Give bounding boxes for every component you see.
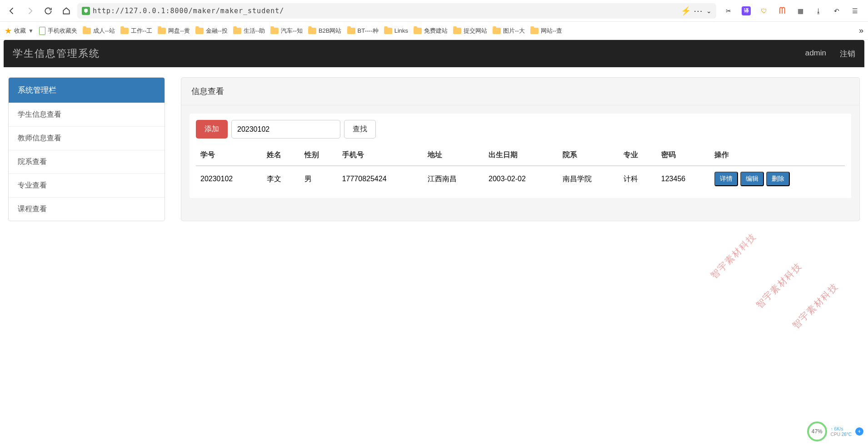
folder-icon (120, 28, 129, 34)
folder-icon (414, 28, 422, 34)
reload-icon (44, 6, 53, 15)
bookmark-folder[interactable]: Links (384, 27, 408, 34)
bookmark-folder[interactable]: 网盘--黄 (158, 27, 190, 35)
download-icon[interactable]: ⭳ (813, 6, 823, 16)
sidebar: 系统管理栏 学生信息查看 教师信息查看 院系查看 专业查看 课程查看 (8, 77, 165, 221)
grid-icon[interactable]: ▦ (795, 6, 805, 16)
bookmark-folder[interactable]: 提交网站 (453, 27, 487, 35)
table-header-row: 学号 姓名 性别 手机号 地址 出生日期 院系 专业 密码 操作 (196, 145, 845, 166)
more-icon[interactable]: ⋯ (693, 5, 703, 16)
home-button[interactable] (59, 4, 74, 18)
cell-birth: 2003-02-02 (484, 166, 558, 192)
edit-button[interactable]: 编辑 (740, 172, 764, 186)
sidebar-item-major[interactable]: 专业查看 (9, 173, 165, 197)
cell-password: 123456 (657, 166, 710, 192)
back-button[interactable] (5, 4, 19, 18)
app-header: 学生信息管理系统 admin 注销 (4, 40, 864, 67)
undo-icon[interactable]: ↶ (832, 6, 842, 16)
main-content: 系统管理栏 学生信息查看 教师信息查看 院系查看 专业查看 课程查看 信息查看 … (0, 67, 868, 231)
scissors-icon[interactable]: ✂ (723, 6, 733, 16)
bookmark-folder[interactable]: 金融--投 (195, 27, 228, 35)
favorites-button[interactable]: ★收藏▼ (5, 26, 34, 36)
col-phone: 手机号 (338, 145, 423, 166)
bookmark-folder[interactable]: 图片--大 (493, 27, 525, 35)
mobile-favorites[interactable]: 手机收藏夹 (39, 27, 77, 35)
search-input[interactable] (231, 120, 340, 139)
extension-icon-1[interactable]: 🛡 (759, 6, 769, 16)
folder-icon (530, 28, 539, 34)
folder-icon (453, 28, 461, 34)
delete-button[interactable]: 删除 (766, 172, 790, 186)
bookmark-folder[interactable]: 生活--助 (233, 27, 265, 35)
search-button[interactable]: 查找 (344, 120, 376, 139)
cell-gender: 男 (300, 166, 338, 192)
cell-major: 计科 (619, 166, 657, 192)
folder-icon (158, 28, 166, 34)
bookmark-folder[interactable]: 成人--站 (83, 27, 115, 35)
cell-name: 李文 (262, 166, 300, 192)
menu-icon[interactable]: ☰ (850, 6, 860, 16)
arrow-left-icon (7, 6, 16, 15)
sidebar-item-teacher[interactable]: 教师信息查看 (9, 126, 165, 150)
col-address: 地址 (423, 145, 484, 166)
col-password: 密码 (657, 145, 710, 166)
folder-icon (83, 28, 91, 34)
mobile-fav-label: 手机收藏夹 (48, 27, 77, 35)
shield-icon (82, 7, 90, 15)
sidebar-item-student[interactable]: 学生信息查看 (9, 103, 165, 126)
folder-icon (384, 28, 392, 34)
sidebar-item-college[interactable]: 院系查看 (9, 150, 165, 173)
col-name: 姓名 (262, 145, 300, 166)
folder-icon (308, 28, 316, 34)
table-row: 20230102 李文 男 17770825424 江西南昌 2003-02-0… (196, 166, 845, 192)
col-college: 院系 (558, 145, 619, 166)
bookmarks-overflow[interactable]: » (859, 26, 863, 35)
app-title: 学生信息管理系统 (13, 47, 100, 60)
home-icon (62, 6, 71, 15)
cell-phone: 17770825424 (338, 166, 423, 192)
bookmark-folder[interactable]: 网站--查 (530, 27, 563, 35)
col-birth: 出生日期 (484, 145, 558, 166)
folder-icon (195, 28, 204, 34)
sidebar-header: 系统管理栏 (9, 78, 165, 103)
logout-link[interactable]: 注销 (840, 49, 855, 59)
col-gender: 性别 (300, 145, 338, 166)
cell-id: 20230102 (196, 166, 262, 192)
bookmark-folder[interactable]: 汽车--知 (270, 27, 303, 35)
bookmark-folder[interactable]: 工作--工 (120, 27, 153, 35)
add-button[interactable]: 添加 (196, 120, 228, 139)
browser-nav-bar: http://127.0.0.1:8000/maker/maker_studen… (0, 0, 868, 22)
phone-icon (39, 27, 45, 35)
arrow-right-icon (25, 6, 35, 15)
forward-button[interactable] (23, 4, 37, 18)
cell-college: 南昌学院 (558, 166, 619, 192)
bookmark-folder[interactable]: B2B网站 (308, 27, 342, 35)
col-major: 专业 (619, 145, 657, 166)
toolbar-icons: ✂ 译 🛡 ᗰ ▦ ⭳ ↶ ☰ (720, 6, 863, 16)
content-panel: 信息查看 添加 查找 学号 姓名 性别 手机号 地址 出生日期 院系 专业 密码 (181, 77, 860, 221)
sidebar-item-course[interactable]: 课程查看 (9, 197, 165, 221)
cell-ops: 详情 编辑 删除 (710, 166, 845, 192)
user-name[interactable]: admin (805, 49, 826, 59)
folder-icon (493, 28, 501, 34)
student-table: 学号 姓名 性别 手机号 地址 出生日期 院系 专业 密码 操作 2023010… (196, 145, 845, 192)
col-ops: 操作 (710, 145, 845, 166)
folder-icon (233, 28, 241, 34)
panel-title: 信息查看 (181, 78, 859, 105)
translate-icon[interactable]: 译 (742, 6, 751, 15)
folder-icon (347, 28, 355, 34)
lightning-icon[interactable]: ⚡ (681, 6, 691, 16)
url-bar[interactable]: http://127.0.0.1:8000/maker/maker_studen… (77, 3, 716, 19)
chevron-down-icon[interactable]: ⌄ (706, 7, 712, 15)
folder-icon (270, 28, 279, 34)
reload-button[interactable] (41, 4, 55, 18)
bookmark-folder[interactable]: BT----种 (347, 27, 379, 35)
col-id: 学号 (196, 145, 262, 166)
panel-body: 添加 查找 学号 姓名 性别 手机号 地址 出生日期 院系 专业 密码 操作 (190, 114, 851, 198)
favorites-label: 收藏 (14, 27, 26, 35)
extension-icon-2[interactable]: ᗰ (777, 6, 787, 16)
star-icon: ★ (5, 26, 12, 36)
bookmark-folder[interactable]: 免费建站 (414, 27, 448, 35)
control-bar: 添加 查找 (196, 120, 845, 139)
detail-button[interactable]: 详情 (714, 172, 738, 186)
